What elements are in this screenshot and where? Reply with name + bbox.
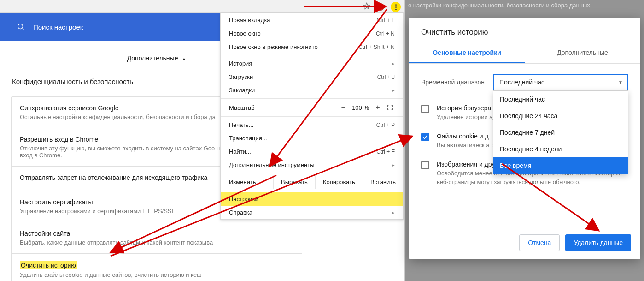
copy-button[interactable]: Копировать bbox=[315, 175, 363, 189]
menu-settings[interactable]: Настройки bbox=[221, 192, 403, 206]
star-icon[interactable] bbox=[363, 2, 370, 12]
profile-avatar[interactable] bbox=[377, 3, 384, 11]
chevron-right-icon: ▸ bbox=[392, 87, 395, 94]
menu-history[interactable]: История▸ bbox=[221, 57, 403, 70]
clear-data-button[interactable]: Удалить данные bbox=[565, 234, 631, 251]
zoom-value: 100 % bbox=[352, 104, 369, 111]
svg-point-1 bbox=[18, 24, 23, 29]
menu-edit-row: Изменить Вырезать Копировать Вставить bbox=[221, 175, 403, 189]
tab-basic[interactable]: Основные настройки bbox=[409, 43, 525, 63]
row-clear-data[interactable]: Очистить историю Удалить файлы cookie и … bbox=[12, 253, 302, 281]
zoom-in-button[interactable]: + bbox=[373, 102, 383, 113]
checkbox-checked-icon[interactable] bbox=[421, 133, 429, 141]
menu-downloads[interactable]: ЗагрузкиCtrl + J bbox=[221, 70, 403, 84]
search-icon bbox=[17, 23, 25, 31]
svg-line-2 bbox=[23, 29, 24, 30]
search-placeholder: Поиск настроек bbox=[33, 23, 83, 31]
opt-last-hour[interactable]: Последний час bbox=[493, 91, 628, 108]
opt-last-24h[interactable]: Последние 24 часа bbox=[493, 108, 628, 124]
clear-data-dialog: Очистить историю Основные настройки Допо… bbox=[409, 18, 640, 259]
menu-zoom: Масштаб − 100 % + bbox=[221, 100, 403, 115]
svg-marker-0 bbox=[363, 3, 369, 9]
menu-bookmarks[interactable]: Закладки▸ bbox=[221, 84, 403, 97]
settings-search[interactable]: Поиск настроек bbox=[0, 13, 220, 41]
chevron-right-icon: ▸ bbox=[392, 209, 395, 216]
menu-cast[interactable]: Трансляция... bbox=[221, 132, 403, 145]
menu-incognito[interactable]: Новое окно в режиме инкогнитоCtrl + Shif… bbox=[221, 40, 403, 54]
menu-help[interactable]: Справка▸ bbox=[221, 206, 403, 219]
menu-new-window[interactable]: Новое окноCtrl + N bbox=[221, 27, 403, 40]
checkbox-icon[interactable] bbox=[421, 161, 429, 169]
opt-last-4w[interactable]: Последние 4 недели bbox=[493, 141, 628, 157]
chevron-up-icon: ▲ bbox=[181, 56, 186, 61]
time-range-select[interactable]: Последний час▼ bbox=[493, 74, 628, 90]
fullscreen-button[interactable] bbox=[386, 102, 397, 113]
dialog-title: Очистить историю bbox=[409, 18, 640, 43]
menu-new-tab[interactable]: Новая вкладкаCtrl + T bbox=[221, 13, 403, 27]
range-label: Временной диапазон bbox=[421, 78, 485, 86]
chevron-right-icon: ▸ bbox=[392, 161, 395, 168]
menu-print[interactable]: Печать...Ctrl + P bbox=[221, 118, 403, 132]
cut-button[interactable]: Вырезать bbox=[273, 175, 315, 189]
paste-button[interactable]: Вставить bbox=[363, 175, 403, 189]
opt-last-7d[interactable]: Последние 7 дней bbox=[493, 124, 628, 141]
zoom-out-button[interactable]: − bbox=[338, 102, 348, 113]
chrome-menu: Новая вкладкаCtrl + T Новое окноCtrl + N… bbox=[220, 13, 404, 220]
more-menu-button[interactable] bbox=[391, 2, 401, 12]
opt-all-time[interactable]: Все время bbox=[493, 157, 628, 174]
browser-toolbar bbox=[0, 0, 405, 13]
row-site-settings[interactable]: Настройки сайта Выбрать, какие данные от… bbox=[12, 222, 302, 253]
cancel-button[interactable]: Отмена bbox=[519, 234, 560, 251]
chevron-right-icon: ▸ bbox=[392, 60, 395, 67]
time-range-dropdown: Последний час Последние 24 часа Последни… bbox=[493, 90, 628, 174]
chevron-down-icon: ▼ bbox=[618, 80, 623, 85]
menu-more-tools[interactable]: Дополнительные инструменты▸ bbox=[221, 158, 403, 172]
checkbox-icon[interactable] bbox=[421, 105, 429, 113]
menu-find[interactable]: Найти...Ctrl + F bbox=[221, 145, 403, 158]
tab-advanced[interactable]: Дополнительные bbox=[525, 43, 640, 63]
